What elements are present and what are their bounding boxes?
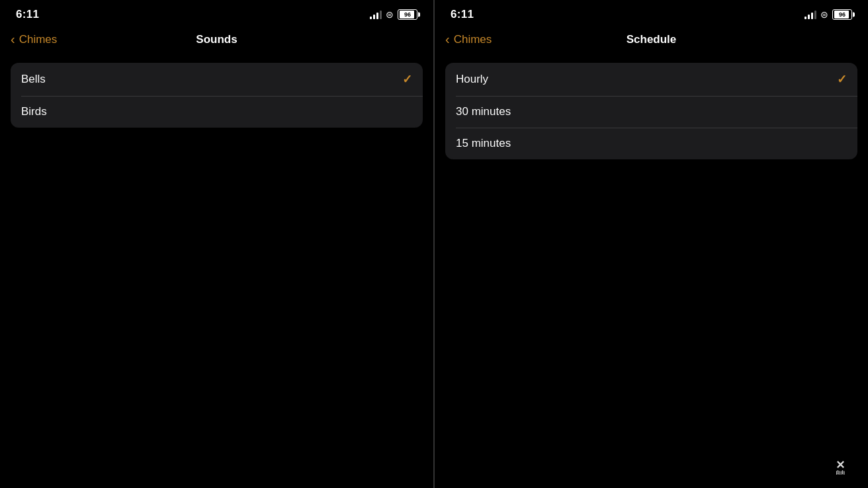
right-15min-label: 15 minutes	[456, 137, 511, 150]
right-back-chevron-icon: ‹	[445, 32, 450, 47]
right-list-item-30min[interactable]: 30 minutes	[445, 96, 857, 128]
right-list-item-hourly[interactable]: Hourly ✓	[445, 63, 857, 96]
left-bells-checkmark: ✓	[402, 72, 412, 87]
svg-text:自由: 自由	[836, 469, 845, 475]
left-nav-title: Sounds	[196, 33, 237, 46]
left-wifi-icon: ⊜	[386, 9, 394, 20]
left-back-chevron-icon: ‹	[11, 32, 15, 47]
right-nav-header: ‹ Chimes Schedule	[435, 26, 868, 58]
right-status-icons: ⊜ 96	[804, 9, 852, 20]
left-phone-screen: 6:11 ⊜ 96 ‹ Chimes Sounds Bells ✓	[0, 0, 433, 488]
right-nav-title: Schedule	[627, 33, 677, 46]
left-back-button[interactable]: ‹ Chimes	[11, 32, 57, 47]
right-phone-screen: 6:11 ⊜ 96 ‹ Chimes Schedule Hourly ✓	[435, 0, 868, 488]
right-signal-icon	[804, 10, 816, 19]
right-hourly-checkmark: ✓	[837, 72, 847, 87]
svg-text:✕: ✕	[836, 459, 845, 471]
left-status-bar: 6:11 ⊜ 96	[0, 0, 433, 26]
left-list-item-birds[interactable]: Birds	[11, 96, 423, 128]
right-status-bar: 6:11 ⊜ 96	[435, 0, 868, 26]
right-list-item-15min[interactable]: 15 minutes	[445, 128, 857, 159]
left-birds-label: Birds	[21, 105, 47, 118]
left-list-container: Bells ✓ Birds	[11, 63, 423, 128]
right-hourly-label: Hourly	[456, 73, 488, 86]
right-list-container: Hourly ✓ 30 minutes 15 minutes	[445, 63, 857, 159]
left-list-item-bells[interactable]: Bells ✓	[11, 63, 423, 96]
left-bells-label: Bells	[21, 73, 46, 86]
left-signal-icon	[370, 10, 382, 19]
right-battery-icon: 96	[832, 9, 852, 20]
left-back-label: Chimes	[19, 33, 58, 46]
watermark: ✕ 自由	[820, 450, 860, 480]
left-status-time: 6:11	[16, 8, 39, 21]
right-wifi-icon: ⊜	[820, 9, 828, 20]
left-battery-icon: 96	[398, 9, 417, 20]
left-nav-header: ‹ Chimes Sounds	[0, 26, 433, 58]
right-status-time: 6:11	[451, 8, 474, 21]
right-back-button[interactable]: ‹ Chimes	[445, 32, 492, 47]
right-back-label: Chimes	[454, 33, 492, 46]
left-status-icons: ⊜ 96	[370, 9, 417, 20]
right-30min-label: 30 minutes	[456, 105, 511, 118]
watermark-logo-icon: ✕ 自由	[824, 453, 856, 476]
